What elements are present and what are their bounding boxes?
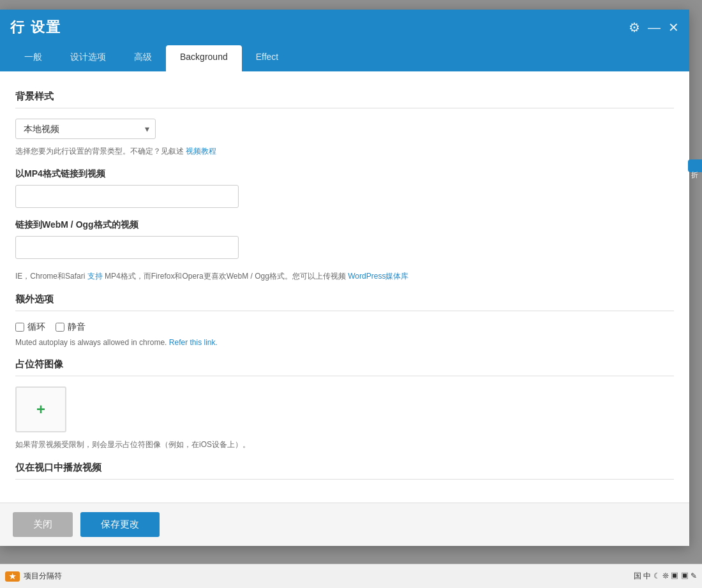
checkbox-group: 循环 静音 — [15, 321, 674, 333]
tab-general[interactable]: 一般 — [10, 45, 56, 71]
webm-field-input[interactable] — [15, 236, 239, 259]
video-tutorial-link[interactable]: 视频教程 — [186, 147, 216, 156]
extra-options-section: 额外选项 循环 静音 Muted autoplay is always allo… — [15, 293, 674, 347]
content-area: 背景样式 本地视频 图片 视频 渐变色 纯色 ▾ 选择您要为此行设置的背景类型。… — [0, 71, 689, 503]
settings-dialog: 行 设置 ⚙ — ✕ 一般 设计选项 高级 Background Effect … — [0, 10, 689, 546]
tab-effect[interactable]: Effect — [242, 45, 293, 71]
viewport-section: 仅在视口中播放视频 — [15, 462, 674, 480]
placeholder-image-title: 占位符图像 — [15, 358, 674, 376]
tab-background[interactable]: Background — [166, 45, 242, 71]
mute-checkbox-item[interactable]: 静音 — [56, 321, 86, 333]
background-style-title: 背景样式 — [15, 91, 674, 108]
webm-field-section: 链接到WebM / Ogg格式的视频 IE，Chrome和Safari 支持 M… — [15, 219, 674, 282]
viewport-section-title: 仅在视口中播放视频 — [15, 462, 674, 480]
extra-options-title: 额外选项 — [15, 293, 674, 311]
settings-icon[interactable]: ⚙ — [629, 20, 640, 35]
mp4-support-link[interactable]: 支持 — [87, 272, 103, 281]
mp4-field-label: 以MP4格式链接到视频 — [15, 168, 674, 180]
mute-checkbox[interactable] — [56, 323, 64, 332]
tab-design[interactable]: 设计选项 — [56, 45, 120, 71]
side-panel[interactable]: 折 — [688, 159, 702, 172]
background-style-dropdown[interactable]: 本地视频 图片 视频 渐变色 纯色 — [15, 119, 156, 139]
placeholder-image-section: 占位符图像 + 如果背景视频受限制，则会显示占位符图像（例如，在iOS设备上）。 — [15, 358, 674, 450]
wordpress-media-link[interactable]: WordPress媒体库 — [348, 272, 408, 281]
webm-field-label: 链接到WebM / Ogg格式的视频 — [15, 219, 674, 231]
taskbar-badge[interactable]: ★ — [5, 571, 20, 582]
webm-hint: IE，Chrome和Safari 支持 MP4格式，而Firefox和Opera… — [15, 270, 674, 282]
tab-advanced[interactable]: 高级 — [120, 45, 166, 71]
mp4-field-section: 以MP4格式链接到视频 — [15, 168, 674, 208]
title-bar: 行 设置 ⚙ — ✕ — [0, 10, 689, 45]
loop-checkbox-item[interactable]: 循环 — [15, 321, 45, 333]
background-style-section: 背景样式 本地视频 图片 视频 渐变色 纯色 ▾ 选择您要为此行设置的背景类型。… — [15, 91, 674, 157]
dialog-title: 行 设置 — [10, 18, 61, 37]
save-button[interactable]: 保存更改 — [80, 512, 160, 537]
mp4-field-input[interactable] — [15, 185, 239, 208]
background-style-hint: 选择您要为此行设置的背景类型。不确定？见叙述 视频教程 — [15, 145, 674, 157]
image-upload-box[interactable]: + — [15, 386, 66, 432]
loop-checkbox[interactable] — [15, 323, 24, 332]
background-style-dropdown-wrapper: 本地视频 图片 视频 渐变色 纯色 ▾ — [15, 119, 156, 139]
loop-label: 循环 — [27, 321, 45, 333]
taskbar-item-label: 项目分隔符 — [24, 571, 62, 582]
dialog-footer: 关闭 保存更改 — [0, 503, 689, 546]
placeholder-image-hint: 如果背景视频受限制，则会显示占位符图像（例如，在iOS设备上）。 — [15, 439, 674, 450]
taskbar-right-icons: 国 中 ☾ ❊ ▣ ▣ ✎ — [634, 571, 697, 582]
add-image-icon: + — [36, 401, 45, 418]
mute-label: 静音 — [68, 321, 86, 333]
tabs-bar: 一般 设计选项 高级 Background Effect — [0, 45, 689, 71]
close-icon[interactable]: ✕ — [668, 20, 679, 35]
title-bar-controls: ⚙ — ✕ — [629, 20, 679, 35]
minimize-icon[interactable]: — — [648, 20, 661, 35]
close-button[interactable]: 关闭 — [13, 512, 73, 537]
taskbar: ★ 项目分隔符 国 中 ☾ ❊ ▣ ▣ ✎ — [0, 564, 702, 588]
muted-autoplay-hint: Muted autoplay is always allowed in chro… — [15, 338, 674, 347]
refer-link[interactable]: Refer this link. — [169, 338, 218, 347]
